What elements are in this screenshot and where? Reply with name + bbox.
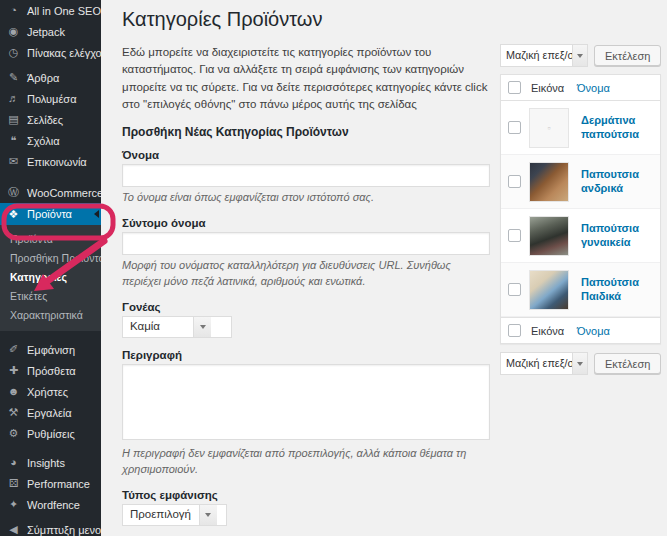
sidebar-item-label: Εργαλεία <box>27 407 72 419</box>
bulk-actions-bottom: Μαζική επεξ/σία Εκτέλεση <box>500 352 661 375</box>
chevron-down-icon <box>199 505 217 525</box>
parent-label: Γονέας <box>122 301 490 313</box>
sidebar-item-settings[interactable]: ⚙ Ρυθμίσεις <box>0 423 101 444</box>
sidebar-item-media[interactable]: ♬ Πολυμέσα <box>0 88 101 109</box>
slug-help-text: Μορφή του ονόματος καταλληλότερη για διε… <box>122 258 490 290</box>
slug-input[interactable] <box>122 232 490 255</box>
jetpack-icon: ◉ <box>6 26 21 37</box>
sidebar-item-all-in-one-seo[interactable]: ◔ All in One SEO <box>0 0 101 21</box>
bulk-action-select[interactable]: Μαζική επεξ/σία <box>500 44 588 67</box>
sidebar-item-label: Πολυμέσα <box>27 93 77 105</box>
image-column-header: Εικόνα <box>531 325 577 337</box>
products-submenu: Προϊόντα Προσθήκη Προϊόντος Κατηγορίες Ε… <box>0 225 101 331</box>
sidebar-item-performance[interactable]: ⚄ Performance <box>0 473 101 494</box>
name-help-text: Το όνομα είναι όπως εμφανίζεται στον ιστ… <box>122 190 490 206</box>
sidebar-item-label: Άρθρα <box>27 72 59 84</box>
sidebar-item-label: WooCommerce <box>27 187 101 199</box>
sidebar-item-comments[interactable]: ❝ Σχόλια <box>0 130 101 151</box>
row-checkbox[interactable] <box>508 175 521 188</box>
sidebar-item-wordfence[interactable]: ✦ Wordfence <box>0 494 101 515</box>
chevron-down-icon <box>572 353 587 374</box>
parent-select-value: Καμία <box>123 317 193 337</box>
category-thumbnail-placeholder: ▫ <box>529 108 569 148</box>
pages-icon: ▤ <box>6 114 21 125</box>
submenu-item-categories[interactable]: Κατηγορίες <box>0 268 101 287</box>
media-icon: ♬ <box>6 93 21 104</box>
sidebar-item-woocommerce[interactable]: Ⓦ WooCommerce <box>0 182 101 203</box>
parent-select[interactable]: Καμία <box>122 316 232 338</box>
sidebar-item-label: Πίνακας ελέγχου <box>27 47 101 59</box>
sidebar-item-label: Insights <box>27 457 65 469</box>
sidebar-item-plugins[interactable]: ✚ Πρόσθετα <box>0 360 101 381</box>
bulk-action-value: Μαζική επεξ/σία <box>501 45 572 66</box>
product-box-icon: ❖ <box>6 209 21 220</box>
bulk-actions-top: Μαζική επεξ/σία Εκτέλεση <box>500 44 661 67</box>
sidebar-item-label: Πρόσθετα <box>27 365 76 377</box>
bulk-action-select[interactable]: Μαζική επεξ/σία <box>500 352 588 375</box>
sidebar-item-pages[interactable]: ▤ Σελίδες <box>0 109 101 130</box>
category-thumbnail <box>529 270 569 310</box>
sidebar-item-label: Σελίδες <box>27 114 63 126</box>
row-checkbox[interactable] <box>508 229 521 242</box>
pin-icon: ✎ <box>6 72 21 83</box>
performance-icon: ⚄ <box>6 478 21 489</box>
name-input[interactable] <box>122 164 490 187</box>
sidebar-item-users[interactable]: ☻ Χρήστες <box>0 381 101 402</box>
categories-table-panel: Μαζική επεξ/σία Εκτέλεση Εικόνα Όνομα <box>500 44 661 375</box>
display-type-select-value: Προεπιλογή <box>123 505 199 525</box>
sidebar-item-label: Σύμπτυξη μενού <box>27 524 101 536</box>
form-heading: Προσθήκη Νέας Κατηγορίας Προϊόντων <box>122 125 490 139</box>
wordpress-admin-screen: { "colors": { "annotation": "#d8295e", "… <box>0 0 667 536</box>
category-name-link[interactable]: Παπούτσια Παιδικά <box>581 276 653 302</box>
sidebar-item-products[interactable]: ❖ Προϊόντα <box>0 203 101 225</box>
sidebar-item-insights[interactable]: ◕ Insights <box>0 452 101 473</box>
sidebar-item-label: Performance <box>27 478 90 490</box>
sidebar-item-label: Επικοινωνία <box>27 156 87 168</box>
submenu-item-attributes[interactable]: Χαρακτηριστικά <box>0 306 101 325</box>
table-row: Παπούτσια Παιδικά <box>501 263 660 317</box>
sidebar-item-label: Wordfence <box>27 499 80 511</box>
chevron-down-icon <box>572 45 587 66</box>
sidebar-item-appearance[interactable]: ✐ Εμφάνιση <box>0 339 101 360</box>
sidebar-item-posts[interactable]: ✎ Άρθρα <box>0 67 101 88</box>
categories-table: Εικόνα Όνομα ▫ Δερμάτινα παπούτσια Παπου <box>500 74 661 344</box>
aioseo-icon: ◔ <box>6 5 21 16</box>
name-column-header[interactable]: Όνομα <box>577 325 610 337</box>
select-all-checkbox[interactable] <box>508 324 521 337</box>
row-checkbox[interactable] <box>508 283 521 296</box>
apply-button[interactable]: Εκτέλεση <box>594 45 661 66</box>
intro-text: Εδώ μπορείτε να διαχειριστείτε τις κατηγ… <box>122 44 490 113</box>
insights-icon: ◕ <box>6 457 21 468</box>
envelope-icon: ✉ <box>6 156 21 167</box>
main-content: Κατηγορίες Προϊόντων Εδώ μπορείτε να δια… <box>101 0 667 536</box>
page-title: Κατηγορίες Προϊόντων <box>122 8 661 31</box>
sidebar-item-label: Χρήστες <box>27 386 68 398</box>
apply-button[interactable]: Εκτέλεση <box>594 353 661 374</box>
row-checkbox[interactable] <box>508 121 521 134</box>
submenu-item-tags[interactable]: Ετικέτες <box>0 287 101 306</box>
name-column-header[interactable]: Όνομα <box>577 82 610 94</box>
select-all-checkbox[interactable] <box>508 81 521 94</box>
submenu-item-products[interactable]: Προϊόντα <box>0 230 101 249</box>
admin-sidebar: ◔ All in One SEO ◉ Jetpack ◷ Πίνακας ελέ… <box>0 0 101 536</box>
category-thumbnail <box>529 216 569 256</box>
sidebar-item-label: Σχόλια <box>27 135 60 147</box>
wrench-icon: ⚒ <box>6 407 21 418</box>
sidebar-item-dashboard[interactable]: ◷ Πίνακας ελέγχου <box>0 42 101 63</box>
sidebar-item-tools[interactable]: ⚒ Εργαλεία <box>0 402 101 423</box>
description-textarea[interactable] <box>122 364 490 440</box>
comment-icon: ❝ <box>6 135 21 146</box>
display-type-label: Τύπος εμφάνισης <box>122 489 490 501</box>
table-header-row: Εικόνα Όνομα <box>501 75 660 101</box>
category-name-link[interactable]: Παπουτσια ανδρικά <box>581 168 653 194</box>
sidebar-item-label: Προϊόντα <box>27 208 72 220</box>
table-row: Παπουτσια ανδρικά <box>501 155 660 209</box>
sidebar-item-jetpack[interactable]: ◉ Jetpack <box>0 21 101 42</box>
image-placeholder-icon: ▫ <box>547 123 550 133</box>
category-name-link[interactable]: Δερμάτινα παπούτσια <box>581 114 653 140</box>
display-type-select[interactable]: Προεπιλογή <box>122 504 227 526</box>
sidebar-item-contact[interactable]: ✉ Επικοινωνία <box>0 151 101 172</box>
sidebar-item-collapse-menu[interactable]: ◀ Σύμπτυξη μενού <box>0 519 101 536</box>
submenu-item-add-product[interactable]: Προσθήκη Προϊόντος <box>0 249 101 268</box>
category-name-link[interactable]: Παπούτσια γυναικεία <box>581 222 653 248</box>
